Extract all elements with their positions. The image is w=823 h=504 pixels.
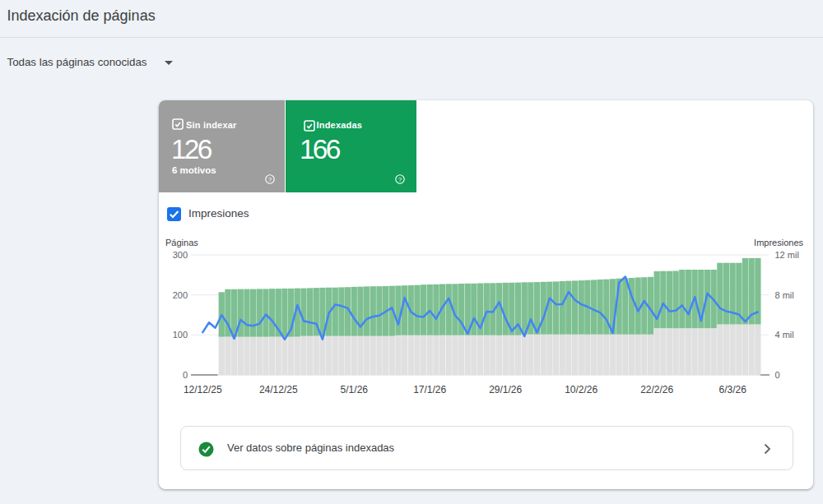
svg-text:17/1/26: 17/1/26	[413, 384, 446, 395]
svg-text:200: 200	[173, 290, 188, 300]
svg-text:Páginas: Páginas	[165, 238, 198, 247]
svg-text:0: 0	[775, 370, 780, 380]
svg-text:10/2/26: 10/2/26	[565, 384, 597, 395]
svg-text:12 mil: 12 mil	[775, 250, 799, 260]
svg-text:29/1/26: 29/1/26	[489, 384, 522, 395]
svg-text:0: 0	[183, 370, 188, 380]
svg-text:6/3/26: 6/3/26	[719, 384, 747, 395]
svg-text:22/2/26: 22/2/26	[640, 384, 673, 395]
svg-text:8 mil: 8 mil	[775, 290, 794, 300]
svg-text:24/12/25: 24/12/25	[259, 384, 298, 395]
svg-text:100: 100	[173, 330, 188, 340]
svg-text:12/12/25: 12/12/25	[184, 384, 222, 395]
svg-text:Impresiones: Impresiones	[754, 238, 803, 247]
svg-text:5/1/26: 5/1/26	[341, 384, 369, 395]
svg-text:4 mil: 4 mil	[775, 330, 794, 340]
svg-text:300: 300	[173, 250, 188, 260]
